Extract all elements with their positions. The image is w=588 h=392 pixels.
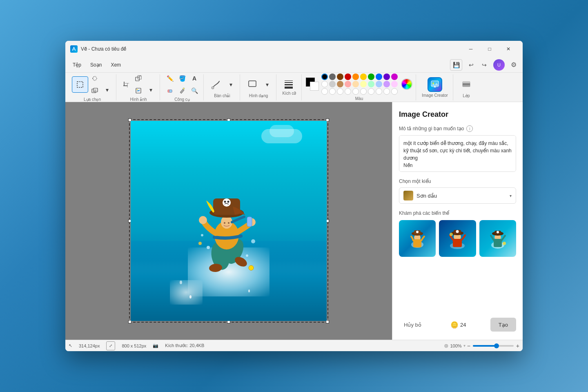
color-lightyellow[interactable] <box>360 81 367 87</box>
brush-expand[interactable]: ▾ <box>225 79 236 90</box>
status-right: ◎ 100% ▾ − + <box>444 343 519 349</box>
layers-group: Lớp <box>454 74 479 100</box>
tools-group: ✏️ 🪣 A 🔍 Công cụ <box>161 74 204 100</box>
create-button[interactable]: Tạo <box>490 318 516 332</box>
menu-view[interactable]: Xem <box>107 60 125 69</box>
color-empty-1[interactable] <box>321 88 328 95</box>
text-tool[interactable]: A <box>189 73 200 84</box>
coin-icon: 🪙 <box>450 321 459 329</box>
color-empty-4[interactable] <box>345 88 351 95</box>
color-empty-6[interactable] <box>360 88 367 95</box>
image-expand[interactable]: ▾ <box>145 84 156 96</box>
menu-file[interactable]: Tệp <box>69 60 85 69</box>
color-magenta[interactable] <box>391 74 398 80</box>
color-pink[interactable] <box>345 81 351 87</box>
image-group: ▾ Hình ảnh <box>117 74 160 100</box>
svg-point-14 <box>183 88 185 89</box>
color-brown[interactable] <box>337 74 343 80</box>
prompt-textarea[interactable]: một ít cướp biển dễ thương, chạy, đầy mà… <box>399 135 516 172</box>
color-red[interactable] <box>345 74 351 80</box>
color-empty-3[interactable] <box>337 88 343 95</box>
color-empty-9[interactable] <box>383 88 390 95</box>
shapes-expand[interactable]: ▾ <box>261 79 273 90</box>
size-group: Kích cỡ <box>277 74 302 100</box>
crop-tool[interactable] <box>120 79 132 90</box>
zoom-slider[interactable] <box>473 345 514 347</box>
color-lightblue[interactable] <box>376 81 382 87</box>
svg-rect-46 <box>413 239 421 247</box>
undo-button[interactable]: ↩ <box>466 59 477 71</box>
color-lavender[interactable] <box>383 81 390 87</box>
layers-button[interactable] <box>458 76 474 93</box>
eraser-tool[interactable] <box>164 85 176 96</box>
color-lightgray[interactable] <box>329 81 336 87</box>
image-import[interactable] <box>133 85 144 96</box>
color-empty-8[interactable] <box>376 88 382 95</box>
draw-tools: ✏️ 🪣 A <box>164 73 200 84</box>
color-picker[interactable] <box>176 85 188 96</box>
color-palette <box>321 74 399 95</box>
close-button[interactable]: ✕ <box>499 42 518 56</box>
user-avatar[interactable]: U <box>493 59 505 71</box>
redo-button[interactable]: ↪ <box>479 59 490 71</box>
minimize-button[interactable]: ─ <box>461 42 480 56</box>
svg-rect-59 <box>494 239 502 247</box>
main-content: Image Creator Mô tả những gì bạn muốn tạ… <box>65 102 523 340</box>
maximize-button[interactable]: □ <box>480 42 499 56</box>
color-tan[interactable] <box>337 81 343 87</box>
svg-point-15 <box>212 87 214 89</box>
color-black[interactable] <box>321 74 328 80</box>
main-window: Vẽ - Chưa có tiêu đề ─ □ ✕ Tệp Soạn Xem … <box>65 41 523 351</box>
variants-grid <box>399 220 516 257</box>
zoom-in-button[interactable]: + <box>516 343 519 349</box>
fill-tool[interactable]: 🪣 <box>176 73 188 84</box>
menu-edit[interactable]: Soạn <box>86 60 106 69</box>
side-panel: Image Creator Mô tả những gì bạn muốn tạ… <box>392 102 523 340</box>
size-label: Kích cỡ <box>283 91 296 96</box>
svg-point-56 <box>450 233 453 236</box>
svg-point-37 <box>228 222 229 224</box>
shape-selector[interactable] <box>244 76 261 93</box>
variant-3[interactable] <box>479 220 516 257</box>
color-white[interactable] <box>321 81 328 87</box>
color-purple[interactable] <box>383 74 390 80</box>
color-empty-10[interactable] <box>391 88 398 95</box>
select-tool[interactable] <box>72 76 88 93</box>
select-expand[interactable]: ▾ <box>101 84 113 96</box>
camera-icon: 📷 <box>153 343 158 348</box>
chevron-down-icon: ▾ <box>510 194 512 198</box>
zoom-tool[interactable]: 🔍 <box>189 85 200 96</box>
color-yellow[interactable] <box>360 74 367 80</box>
expand-button[interactable]: ⤢ <box>106 341 115 350</box>
color-picker-button[interactable] <box>401 78 412 90</box>
freeform-select[interactable] <box>89 73 100 84</box>
resize-tool[interactable] <box>133 73 144 84</box>
variant-1[interactable] <box>399 220 436 257</box>
select-group: ▾ Lựa chọn <box>69 74 116 100</box>
color-peach[interactable] <box>352 81 359 87</box>
style-select[interactable]: Sơn dầu ▾ <box>399 187 516 204</box>
cancel-button[interactable]: Hủy bỏ <box>399 318 426 331</box>
brush-selector[interactable] <box>208 76 224 93</box>
zoom-out-button[interactable]: − <box>467 343 470 349</box>
panel-title: Image Creator <box>399 110 516 119</box>
color-empty-2[interactable] <box>329 88 336 95</box>
color-empty-7[interactable] <box>368 88 374 95</box>
settings-icon[interactable]: ⚙ <box>508 59 519 71</box>
variants-label: Khám phá các biến thể <box>399 210 516 216</box>
color-blue[interactable] <box>376 74 382 80</box>
pencil-tool[interactable]: ✏️ <box>164 73 176 84</box>
color-green[interactable] <box>368 74 374 80</box>
prompt-info-icon[interactable]: i <box>466 125 473 132</box>
color-gray[interactable] <box>329 74 336 80</box>
color-empty-5[interactable] <box>352 88 359 95</box>
color-mint[interactable] <box>368 81 374 87</box>
image-ops[interactable] <box>89 85 100 96</box>
canvas-wrapper <box>131 121 327 321</box>
color-orange[interactable] <box>352 74 359 80</box>
image-creator-toolbar-btn[interactable]: Image Creator <box>417 74 453 100</box>
canvas-area[interactable] <box>65 102 392 340</box>
save-button[interactable]: 💾 <box>450 59 462 71</box>
color-lilac[interactable] <box>391 81 398 87</box>
variant-2[interactable] <box>439 220 476 257</box>
